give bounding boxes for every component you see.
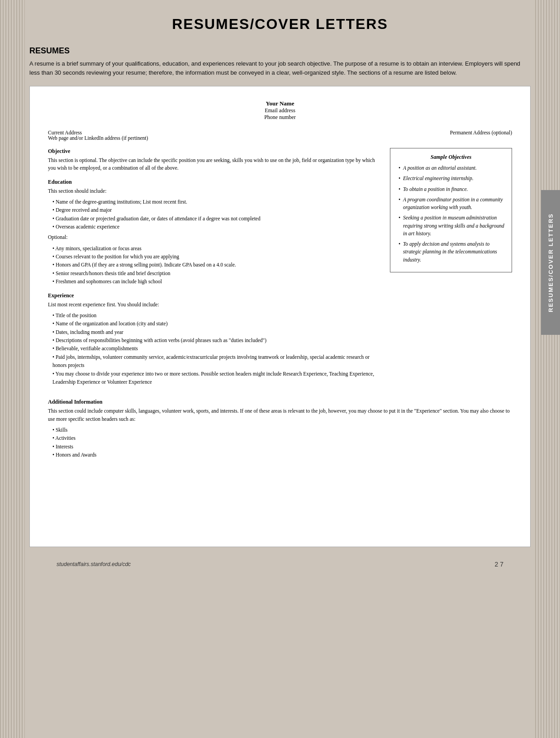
- doc-left-col: Objective This section is optional. The …: [48, 148, 381, 392]
- doc-optional-label: Optional:: [48, 233, 381, 241]
- list-item: Name of the organization and location (c…: [52, 319, 381, 328]
- list-item: Title of the position: [52, 311, 381, 319]
- list-item: Senior research/honors thesis title and …: [52, 269, 381, 277]
- footer-page: 2 7: [495, 561, 503, 568]
- list-item: Dates, including month and year: [52, 328, 381, 336]
- list-item: Any minors, specialization or focus area…: [52, 244, 381, 252]
- list-item: Overseas academic experience: [52, 223, 381, 231]
- doc-additional-title: Additional Information: [48, 399, 512, 405]
- doc-objective-section: Objective This section is optional. The …: [48, 148, 381, 172]
- list-item: Skills: [52, 426, 512, 434]
- doc-name: Your Name: [48, 100, 512, 107]
- list-item: Activities: [52, 434, 512, 442]
- doc-bottom-space: [48, 465, 512, 529]
- list-item: Honors and GPA (if they are a strong sel…: [52, 261, 381, 269]
- resume-document: Your Name Email address Phone number Cur…: [29, 86, 531, 547]
- list-item: To apply decision and systems analysis t…: [399, 240, 505, 264]
- doc-education-bullets: Name of the degree-granting institutions…: [48, 198, 381, 231]
- left-decoration: [0, 0, 25, 738]
- doc-header: Your Name Email address Phone number: [48, 100, 512, 121]
- sample-objectives-title: Sample Objectives: [397, 154, 505, 161]
- doc-phone: Phone number: [48, 114, 512, 121]
- list-item: You may choose to divide your experience…: [52, 370, 381, 386]
- inner-content: RESUMES/COVER LETTERS RESUMES A resume i…: [29, 0, 531, 581]
- doc-objective-text: This section is optional. The objective …: [48, 157, 381, 172]
- list-item: Degree received and major: [52, 206, 381, 214]
- doc-objective-title: Objective: [48, 148, 381, 155]
- sample-objectives-list: A position as an editorial assistant. El…: [397, 164, 505, 264]
- right-decoration: [535, 0, 560, 738]
- doc-education-section: Education This section should include: N…: [48, 179, 381, 286]
- doc-experience-section: Experience List most recent experience f…: [48, 292, 381, 386]
- doc-email: Email address: [48, 107, 512, 114]
- list-item: Honors and Awards: [52, 451, 512, 459]
- footer: studentaffairs.stanford.edu/cdc 2 7: [29, 556, 531, 572]
- list-item: Believable, verifiable accomplishments: [52, 344, 381, 352]
- list-item: Electrical engineering internship.: [399, 175, 505, 182]
- page-title: RESUMES/COVER LETTERS: [29, 16, 531, 33]
- list-item: Paid jobs, internships, volunteer commun…: [52, 353, 381, 370]
- list-item: Descriptions of responsibilities beginni…: [52, 336, 381, 344]
- page-wrapper: RESUMES/COVER LETTERS RESUMES/COVER LETT…: [0, 0, 560, 738]
- resumes-intro: A resume is a brief summary of your qual…: [29, 59, 531, 77]
- list-item: Freshmen and sophomores can include high…: [52, 277, 381, 286]
- doc-optional-bullets: Any minors, specialization or focus area…: [48, 244, 381, 286]
- doc-address-right: Permanent Address (optional): [450, 130, 512, 141]
- doc-additional-text: This section could include computer skil…: [48, 407, 512, 423]
- list-item: Graduation date or projected graduation …: [52, 214, 381, 223]
- doc-right-col: Sample Objectives A position as an edito…: [390, 148, 512, 392]
- list-item: A position as an editorial assistant.: [399, 164, 505, 172]
- list-item: To obtain a position in finance.: [399, 186, 505, 193]
- doc-experience-bullets: Title of the position Name of the organi…: [48, 311, 381, 386]
- doc-experience-title: Experience: [48, 292, 381, 299]
- doc-education-intro: This section should include:: [48, 187, 381, 195]
- doc-addresses-row: Current Address Web page and/or LinkedIn…: [48, 130, 512, 141]
- list-item: Interests: [52, 443, 512, 451]
- list-item: Seeking a position in museum administrat…: [399, 214, 505, 238]
- list-item: Courses relevant to the position for whi…: [52, 252, 381, 261]
- side-tab: RESUMES/COVER LETTERS: [541, 190, 560, 335]
- list-item: Name of the degree-granting institutions…: [52, 198, 381, 206]
- sample-objectives-box: Sample Objectives A position as an edito…: [390, 148, 512, 272]
- doc-content-row: Objective This section is optional. The …: [48, 148, 512, 392]
- side-tab-label: RESUMES/COVER LETTERS: [547, 213, 554, 312]
- list-item: A program coordinator position in a comm…: [399, 196, 505, 212]
- doc-education-title: Education: [48, 179, 381, 186]
- doc-experience-intro: List most recent experience first. You s…: [48, 301, 381, 309]
- doc-additional-bullets: Skills Activities Interests Honors and A…: [48, 426, 512, 459]
- resumes-heading: RESUMES: [29, 46, 531, 56]
- footer-url: studentaffairs.stanford.edu/cdc: [57, 561, 131, 567]
- doc-address-left: Current Address Web page and/or LinkedIn…: [48, 130, 148, 141]
- doc-additional-section: Additional Information This section coul…: [48, 399, 512, 459]
